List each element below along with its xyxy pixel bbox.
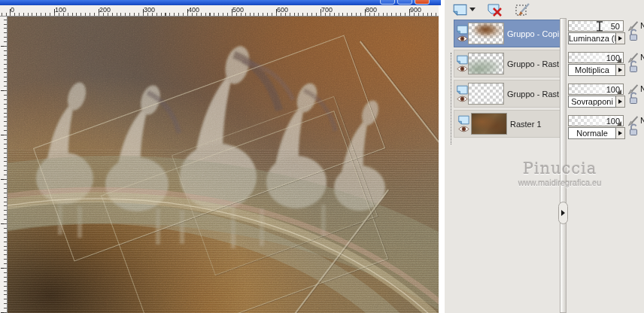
opacity-value: 100 — [606, 116, 620, 126]
minimize-button[interactable] — [380, 0, 395, 5]
ruler-label: 200 — [99, 6, 111, 14]
ruler-label: 900 — [410, 6, 421, 14]
layers-palette: Gruppo - Copia diRa Gruppo - Raster 2 — [441, 0, 644, 313]
chevron-down-icon — [469, 8, 475, 11]
ruler-label: 700 — [321, 6, 333, 14]
layer-controls-1: 50 N Luminanza (L) — [568, 20, 644, 45]
blend-mode-dropdown-button[interactable] — [616, 127, 625, 139]
maximize-button[interactable] — [397, 0, 412, 5]
close-button[interactable] — [415, 0, 430, 5]
opacity-value: 50 — [611, 21, 620, 32]
layer-label: Gruppo - Copia diRa — [507, 29, 559, 38]
link-group-indicator: N — [640, 116, 644, 125]
lock-transparency-icon[interactable] — [628, 29, 639, 41]
blend-mode-select[interactable]: Sovrapponi — [568, 96, 616, 108]
visibility-eye-icon[interactable] — [457, 65, 468, 72]
layer-icons — [456, 85, 468, 102]
opacity-slider[interactable]: 100 — [568, 52, 624, 63]
layer-icons — [456, 25, 468, 42]
layer-row-gruppo-raster2-b[interactable]: Gruppo - Raster 2 — [454, 80, 561, 108]
layers-toolbar — [450, 1, 533, 18]
palette-splitter[interactable] — [560, 18, 567, 313]
blend-mode-dropdown-button[interactable] — [616, 64, 625, 76]
layer-list: Gruppo - Copia diRa Gruppo - Raster 2 — [450, 20, 561, 140]
chevron-right-icon — [618, 131, 622, 135]
visibility-eye-icon[interactable] — [457, 35, 468, 42]
lock-transparency-icon[interactable] — [628, 60, 639, 73]
opacity-slider-thumb[interactable] — [596, 21, 603, 32]
layer-controls-2: 100 N Moltiplica — [568, 51, 644, 77]
blend-mode-dropdown-button[interactable] — [616, 32, 625, 44]
visibility-eye-icon[interactable] — [457, 96, 468, 102]
group-tree-line — [451, 53, 451, 144]
ruler-label: 400 — [188, 6, 199, 14]
layer-page-icon — [456, 85, 468, 95]
layer-icons — [456, 115, 471, 132]
chevron-right-icon — [618, 36, 622, 41]
opacity-value: 100 — [606, 84, 620, 95]
layer-label: Gruppo - Raster 2 — [507, 59, 559, 68]
ruler-label: 100 — [55, 6, 66, 14]
layer-label: Gruppo - Raster 2 — [507, 90, 559, 99]
layer-controls-4: 100 N Normale — [568, 114, 644, 140]
layer-thumbnail — [468, 23, 504, 44]
layer-row-gruppo-copia[interactable]: Gruppo - Copia diRa — [454, 20, 561, 47]
splitter-handle[interactable] — [558, 202, 568, 224]
ruler-label: 600 — [277, 6, 288, 14]
blend-mode-select[interactable]: Luminanza (L) — [568, 32, 616, 44]
layer-row-gruppo-raster2[interactable]: Gruppo - Raster 2 — [454, 50, 561, 77]
link-group-indicator: N — [640, 21, 644, 30]
chevron-right-icon — [618, 99, 622, 104]
canvas-image[interactable] — [8, 17, 439, 313]
layer-page-icon — [457, 115, 469, 125]
image-window-titlebar[interactable] — [0, 0, 441, 5]
opacity-slider[interactable]: 100 — [568, 84, 624, 95]
layer-thumbnail — [468, 53, 504, 74]
delete-layer-icon — [487, 3, 503, 17]
opacity-value: 100 — [606, 53, 620, 63]
chevron-right-icon — [618, 68, 622, 72]
layer-thumbnail — [471, 113, 507, 135]
ruler-label: 800 — [366, 6, 377, 14]
visibility-eye-icon[interactable] — [458, 126, 469, 132]
new-layer-icon — [452, 4, 467, 16]
layer-controls-column: 50 N Luminanza (L) — [568, 20, 644, 146]
layer-thumbnail — [468, 83, 504, 105]
link-group-indicator: N — [640, 84, 644, 93]
horizontal-ruler[interactable]: 0 100 200 300 400 500 600 700 800 900 — [0, 5, 439, 17]
ruler-label: 300 — [144, 6, 155, 14]
lock-transparency-icon[interactable] — [628, 92, 639, 105]
edit-selection-button[interactable] — [512, 2, 533, 18]
blend-mode-dropdown-button[interactable] — [616, 96, 625, 108]
opacity-slider[interactable]: 100 — [568, 115, 624, 126]
layer-icons — [456, 55, 468, 72]
edit-selection-icon — [515, 3, 531, 17]
layer-row-raster1[interactable]: Raster 1 — [454, 110, 561, 138]
image-window: 0 100 200 300 400 500 600 700 800 900 — [0, 0, 441, 313]
delete-layer-button[interactable] — [485, 2, 506, 18]
blend-mode-select[interactable]: Normale — [568, 127, 616, 139]
layer-label: Raster 1 — [510, 120, 542, 129]
chevron-right-icon — [561, 210, 565, 216]
layer-page-icon — [456, 55, 468, 65]
opacity-slider[interactable]: 50 — [568, 20, 624, 32]
new-layer-button[interactable] — [450, 2, 478, 18]
grain-overlay — [8, 17, 439, 313]
ruler-label: 500 — [232, 6, 244, 14]
blend-mode-select[interactable]: Moltiplica — [568, 64, 616, 76]
layer-controls-3: 100 N Sovrapponi — [568, 83, 644, 108]
window-buttons — [380, 0, 430, 5]
layer-page-icon — [456, 25, 468, 35]
vertical-ruler[interactable] — [0, 17, 8, 313]
ruler-label: 0 — [11, 6, 14, 14]
link-group-indicator: N — [640, 53, 644, 62]
lock-transparency-icon[interactable] — [628, 123, 639, 136]
